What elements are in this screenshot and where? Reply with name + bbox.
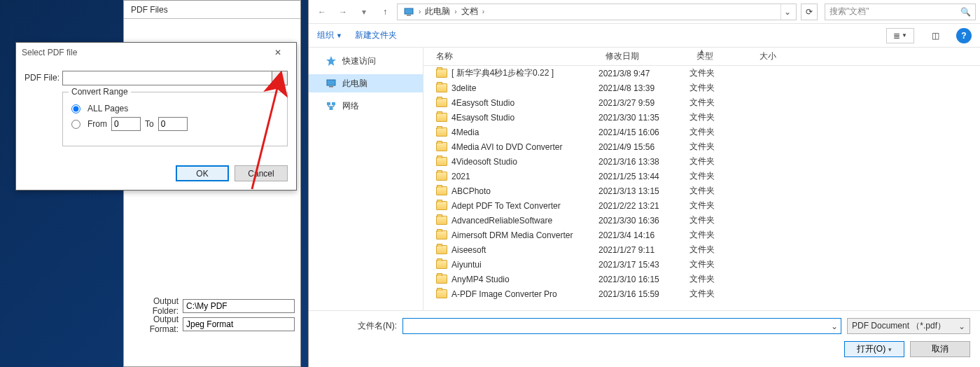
arrow-right-icon: → [339,7,347,17]
breadcrumb-dropdown[interactable]: ⌄ [780,4,793,20]
nav-this-pc[interactable]: 此电脑 [309,74,423,92]
nav-recent-button[interactable]: ▾ [355,3,373,21]
output-folder-input[interactable] [183,299,295,313]
from-spinner[interactable] [111,117,141,131]
table-row[interactable]: 4Esaysoft Studio2021/3/30 11:35文件夹 [424,110,980,125]
file-date: 2021/1/27 9:11 [598,245,690,255]
file-name: 4Media [451,127,479,137]
folder-icon [436,69,447,78]
file-date: 2021/3/27 9:59 [598,98,690,108]
table-row[interactable]: AdvancedReliableSoftware2021/3/30 16:36文… [424,213,980,228]
browse-button[interactable]: ... [272,71,288,85]
file-type: 文件夹 [690,111,752,123]
star-icon [326,55,337,67]
breadcrumb[interactable]: › 此电脑 › 文档 › ⌄ [397,4,797,20]
folder-icon [436,98,447,107]
folder-icon [436,127,447,137]
table-row[interactable]: [ 新华字典4秒1步检字0.22 ]2021/3/8 9:47文件夹 [424,66,980,81]
file-date: 2021/3/30 11:35 [598,113,690,123]
arrow-up-icon: ↑ [383,7,387,17]
from-radio[interactable] [71,120,80,129]
to-spinner[interactable] [158,117,188,131]
toolbar: 组织 ▼ 新建文件夹 ≣ ▼ ◫ ? [309,24,980,48]
file-name: Adept PDF To Text Converter [451,201,561,211]
table-row[interactable]: Aimersoft DRM Media Converter2021/3/4 14… [424,228,980,242]
file-name: AnyMP4 Studio [451,275,510,284]
nav-up-button[interactable]: ↑ [376,3,394,21]
file-name: A-PDF Image Converter Pro [451,289,557,299]
svg-rect-4 [327,80,335,85]
output-format-input[interactable] [183,317,295,331]
svg-rect-8 [330,107,333,110]
nav-quick-access[interactable]: 快速访问 [309,52,423,70]
search-icon: 🔍 [960,7,971,17]
file-type: 文件夹 [690,258,752,270]
refresh-icon: ⟳ [806,7,813,17]
table-row[interactable]: 3delite2021/4/8 13:39文件夹 [424,81,980,95]
refresh-button[interactable]: ⟳ [801,4,818,20]
preview-pane-button[interactable]: ◫ [927,28,944,43]
cancel-button[interactable]: Cancel [234,165,288,181]
new-folder-button[interactable]: 新建文件夹 [355,29,397,41]
nav-back-button[interactable]: ← [313,3,331,21]
breadcrumb-this-pc[interactable]: 此电脑 [422,4,453,20]
chevron-right-icon: › [482,8,484,15]
table-row[interactable]: 4Media2021/4/15 16:06文件夹 [424,125,980,139]
filter-label: PDF Document （*.pdf） [852,320,946,332]
network-icon [326,100,337,111]
help-button[interactable]: ? [956,28,972,43]
filename-label: 文件名(N): [318,320,397,332]
file-open-dialog: ← → ▾ ↑ › 此电脑 › 文档 › ⌄ ⟳ 搜索"文档" 🔍 组织 ▼ 新… [308,0,980,367]
table-row[interactable]: Aiseesoft2021/1/27 9:11文件夹 [424,242,980,257]
nav-network[interactable]: 网络 [309,97,423,115]
filename-combo[interactable]: ⌄ [402,318,841,334]
file-type: 文件夹 [690,126,752,138]
file-name: 4Esaysoft Studio [451,113,514,123]
file-name: Aimersoft DRM Media Converter [451,230,573,240]
output-folder-label: Output Folder: [130,296,183,316]
table-row[interactable]: AnyMP4 Studio2021/3/10 16:15文件夹 [424,272,980,286]
chevron-down-icon: ▼ [902,32,907,39]
chevron-right-icon: › [454,8,456,15]
pc-icon [326,78,337,89]
chevron-down-icon: ▼ [336,32,342,39]
organize-menu[interactable]: 组织 ▼ [317,29,342,41]
file-date: 2021/4/15 16:06 [598,127,690,137]
column-date[interactable]: 修改日期 [598,50,690,62]
all-pages-radio[interactable] [71,104,80,113]
table-row[interactable]: 20212021/1/25 13:44文件夹 [424,169,980,184]
folder-icon [436,201,447,210]
ok-button[interactable]: OK [176,165,229,181]
svg-rect-7 [332,102,335,105]
table-row[interactable]: Aiyuntui2021/3/17 15:43文件夹 [424,257,980,272]
cancel-button[interactable]: 取消 [910,341,970,357]
breadcrumb-pc-icon[interactable] [400,4,417,20]
column-size[interactable]: 大小 [752,50,808,62]
open-button[interactable]: 打开(O) ▾ [844,341,904,357]
chevron-down-icon: ⌄ [958,321,965,331]
bottom-bar: 文件名(N): ⌄ PDF Document （*.pdf） ⌄ 打开(O) ▾… [309,310,980,367]
pdf-file-input[interactable] [62,71,272,85]
nav-quick-access-label: 快速访问 [342,55,376,67]
open-button-label: 打开(O) [857,343,886,355]
close-button[interactable]: ✕ [265,46,290,60]
folder-icon [436,289,447,298]
column-name[interactable]: 名称 [424,50,598,62]
view-mode-button[interactable]: ≣ ▼ [886,28,914,43]
search-input[interactable]: 搜索"文档" 🔍 [825,4,976,20]
table-row[interactable]: Adept PDF To Text Converter2021/2/22 13:… [424,198,980,213]
table-row[interactable]: A-PDF Image Converter Pro2021/3/16 15:59… [424,286,980,301]
navigation-tree: 快速访问 此电脑 网络 [309,48,424,310]
breadcrumb-documents[interactable]: 文档 [458,4,481,20]
folder-icon [436,142,447,151]
file-date: 2021/3/17 15:43 [598,260,690,270]
table-row[interactable]: ABCPhoto2021/3/13 13:15文件夹 [424,184,980,198]
file-type-filter[interactable]: PDF Document （*.pdf） ⌄ [847,318,970,334]
nav-forward-button[interactable]: → [334,3,352,21]
table-row[interactable]: 4Videosoft Studio2021/3/16 13:38文件夹 [424,154,980,169]
table-row[interactable]: 4Media AVI to DVD Converter2021/4/9 15:5… [424,139,980,154]
svg-rect-6 [327,102,330,105]
convert-range-fieldset: Convert Range ALL Pages From To [62,92,288,146]
sort-indicator-icon: ▲ [699,48,705,55]
table-row[interactable]: 4Easysoft Studio2021/3/27 9:59文件夹 [424,95,980,110]
